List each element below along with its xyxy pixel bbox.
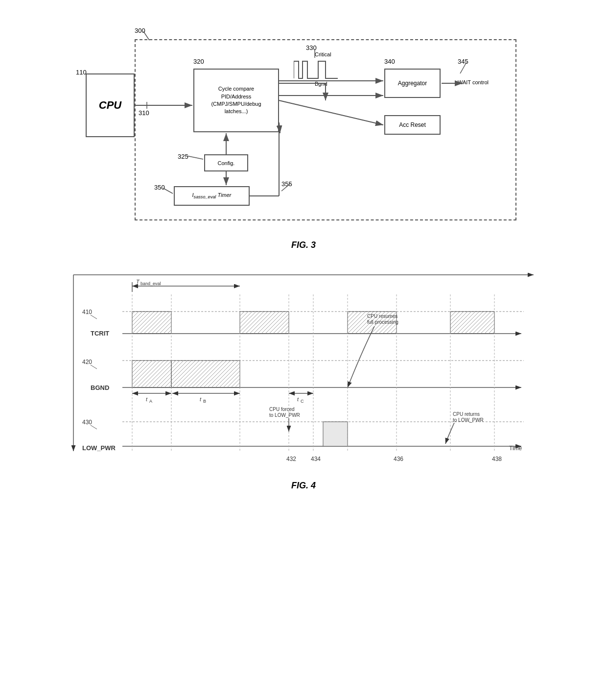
aggregator-box: Aggregator [384,69,441,98]
timer-label: Isasso_eval Timer [192,192,232,199]
fig4-diagram: T band_eval TCRIT 410 BGND 420 [64,265,543,476]
svg-text:TCRIT: TCRIT [91,330,109,337]
label-325: 325 [178,153,188,160]
svg-text:432: 432 [286,456,296,462]
svg-rect-50 [132,361,171,387]
label-300: 300 [135,27,145,34]
svg-rect-46 [132,312,171,334]
svg-text:430: 430 [82,419,92,426]
acc-reset-box: Acc Reset [384,115,441,135]
config-box: Config. [204,154,248,171]
label-340: 340 [384,58,395,65]
svg-text:CPU forced: CPU forced [269,407,295,412]
svg-text:CPU resumes: CPU resumes [367,314,397,319]
svg-text:420: 420 [82,359,92,365]
svg-text:LOW_PWR: LOW_PWR [82,444,116,452]
svg-text:410: 410 [82,309,92,315]
label-310: 310 [139,109,149,117]
svg-text:434: 434 [311,456,321,462]
label-320: 320 [193,58,204,65]
svg-rect-61 [323,422,348,446]
fig3-caption: FIG. 3 [291,240,316,250]
fig3-container: CPU Cycle comparePID/Address(CMPJ/SMPU/d… [29,15,578,250]
label-330: 330 [306,44,317,51]
svg-text:to LOW_PWR: to LOW_PWR [269,412,300,418]
config-label: Config. [218,160,235,166]
svg-rect-49 [450,312,494,334]
timer-box: Isasso_eval Timer [174,186,250,206]
label-355: 355 [281,180,292,188]
cycle-compare-label: Cycle comparePID/Address(CMPJ/SMPU/debug… [211,85,261,116]
page-container: CPU Cycle comparePID/Address(CMPJ/SMPU/d… [0,0,607,700]
label-110: 110 [76,69,87,76]
svg-rect-51 [171,361,240,387]
svg-text:C: C [301,399,304,404]
svg-text:CPU returns: CPU returns [453,411,480,417]
svg-text:BGND: BGND [91,384,109,391]
acc-reset-label: Acc Reset [399,121,426,128]
label-critical: Critical [315,51,331,57]
aggregator-label: Aggregator [398,80,427,87]
svg-rect-47 [240,312,289,334]
svg-text:436: 436 [394,456,403,462]
label-350: 350 [154,184,165,191]
fig4-caption: FIG. 4 [291,481,316,491]
fig3-diagram: CPU Cycle comparePID/Address(CMPJ/SMPU/d… [71,24,536,235]
svg-text:B: B [203,399,206,404]
label-wait-control: WAIT control [458,79,489,85]
label-345: 345 [458,58,468,65]
cpu-box: CPU [86,73,135,137]
pulse-signal [294,56,338,83]
cycle-compare-box: Cycle comparePID/Address(CMPJ/SMPU/debug… [193,69,279,132]
timing-svg: T band_eval TCRIT 410 BGND 420 [64,265,543,476]
svg-text:to LOW_PWR: to LOW_PWR [453,417,484,423]
svg-text:438: 438 [492,456,502,462]
fig4-container: T band_eval TCRIT 410 BGND 420 [29,265,578,491]
label-bgnd: Bgnd [315,81,327,87]
svg-text:band_eval: band_eval [140,281,161,286]
svg-text:A: A [149,399,152,404]
svg-text:full processing: full processing [367,319,398,325]
svg-text:Time: Time [509,445,522,452]
cpu-label: CPU [99,99,121,112]
